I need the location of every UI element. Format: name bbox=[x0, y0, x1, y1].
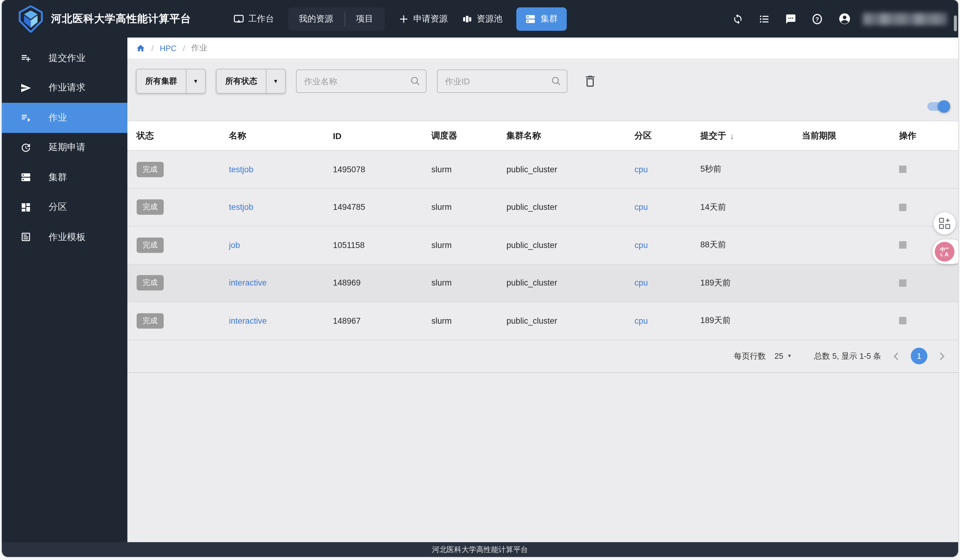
sidebar-item-partitions[interactable]: 分区 bbox=[2, 192, 127, 222]
nav-workspace[interactable]: 工作台 bbox=[233, 13, 274, 24]
table-row: 完成 testjob 1494785 slurm public_cluster … bbox=[127, 188, 958, 226]
partition-link[interactable]: cpu bbox=[634, 241, 700, 250]
home-icon[interactable] bbox=[136, 43, 145, 53]
scrollbar-thumb[interactable] bbox=[954, 15, 957, 31]
table-header: 状态 名称 ID 调度器 集群名称 分区 提交于 ↓ 当前期限 操作 bbox=[127, 121, 958, 150]
partition-link[interactable]: cpu bbox=[634, 316, 700, 326]
table-row: 完成 testjob 1495078 slurm public_cluster … bbox=[127, 150, 958, 188]
platform-logo-icon bbox=[18, 5, 43, 32]
col-name: 名称 bbox=[229, 130, 333, 141]
nav-projects[interactable]: 项目 bbox=[345, 7, 384, 30]
partition-link[interactable]: cpu bbox=[634, 165, 700, 174]
user-avatar-icon[interactable] bbox=[838, 12, 851, 25]
toggle-row bbox=[127, 102, 958, 111]
sidebar-item-clusters[interactable]: 集群 bbox=[2, 162, 127, 192]
status-filter-dropdown[interactable]: 所有状态 ▼ bbox=[216, 69, 286, 94]
cluster-filter-label: 所有集群 bbox=[137, 76, 186, 87]
job-name-link[interactable]: interactive bbox=[229, 278, 333, 288]
toggle-thumb bbox=[938, 100, 950, 113]
jobs-table: 状态 名称 ID 调度器 集群名称 分区 提交于 ↓ 当前期限 操作 完成 te… bbox=[127, 121, 958, 373]
job-scheduler: slurm bbox=[431, 203, 506, 212]
partition-link[interactable]: cpu bbox=[634, 203, 700, 212]
job-cluster: public_cluster bbox=[506, 203, 634, 212]
delete-icon[interactable] bbox=[583, 73, 598, 89]
sidebar-item-label: 作业请求 bbox=[49, 82, 86, 94]
rows-per-page-label: 每页行数 bbox=[734, 350, 766, 362]
row-action-icon[interactable] bbox=[899, 317, 906, 325]
nav-my-resources-label: 我的资源 bbox=[299, 13, 333, 24]
job-scheduler: slurm bbox=[431, 241, 506, 250]
auto-refresh-toggle[interactable] bbox=[927, 102, 948, 111]
table-row: 完成 interactive 148967 slurm public_clust… bbox=[127, 302, 958, 339]
col-id: ID bbox=[333, 131, 431, 141]
sidebar-item-submit-job[interactable]: 提交作业 bbox=[2, 43, 127, 73]
sidebar-item-label: 提交作业 bbox=[49, 52, 86, 64]
job-cluster: public_cluster bbox=[506, 241, 634, 250]
col-cluster: 集群名称 bbox=[506, 130, 634, 141]
breadcrumb-hpc-link[interactable]: HPC bbox=[160, 43, 177, 53]
job-scheduler: slurm bbox=[431, 316, 506, 326]
rows-per-page-select[interactable]: 25 ▼ bbox=[774, 351, 792, 361]
next-page-icon[interactable] bbox=[936, 350, 948, 362]
language-fab-button[interactable]: 中 A bbox=[932, 239, 958, 264]
row-action-icon[interactable] bbox=[899, 204, 906, 211]
breadcrumb-current: 作业 bbox=[191, 42, 207, 54]
plus-icon bbox=[398, 13, 409, 24]
job-name-link[interactable]: testjob bbox=[229, 203, 333, 212]
job-name-link[interactable]: job bbox=[229, 241, 333, 250]
sort-desc-icon: ↓ bbox=[730, 131, 734, 141]
search-icon bbox=[410, 76, 421, 87]
partition-link[interactable]: cpu bbox=[634, 278, 700, 288]
job-id-search bbox=[437, 70, 567, 93]
cluster-filter-dropdown[interactable]: 所有集群 ▼ bbox=[136, 69, 206, 94]
prev-page-icon[interactable] bbox=[890, 350, 902, 362]
page-number-button[interactable]: 1 bbox=[911, 348, 927, 364]
job-name-input[interactable] bbox=[296, 70, 426, 93]
widgets-sparkle-icon bbox=[938, 217, 951, 230]
breadcrumb: / HPC / 作业 bbox=[127, 38, 958, 58]
filter-bar: 所有集群 ▼ 所有状态 ▼ bbox=[136, 69, 958, 94]
row-action-icon[interactable] bbox=[899, 242, 906, 249]
nav-clusters-label: 集群 bbox=[541, 13, 558, 24]
col-submitted-label: 提交于 bbox=[700, 130, 726, 141]
job-id: 1495078 bbox=[333, 165, 431, 174]
job-cluster: public_cluster bbox=[506, 165, 634, 174]
playlist-add-icon bbox=[20, 53, 31, 64]
col-submitted[interactable]: 提交于 ↓ bbox=[700, 130, 802, 141]
app-title: 河北医科大学高性能计算平台 bbox=[51, 12, 191, 26]
messages-icon[interactable] bbox=[785, 13, 796, 24]
breadcrumb-separator: / bbox=[151, 43, 154, 53]
sidebar-item-job-templates[interactable]: 作业模板 bbox=[2, 222, 127, 252]
sidebar-item-job-requests[interactable]: 作业请求 bbox=[2, 73, 127, 103]
status-badge: 完成 bbox=[137, 275, 164, 291]
sidebar: 提交作业 作业请求 作业 延期申请 bbox=[2, 38, 127, 542]
sidebar-item-jobs[interactable]: 作业 bbox=[2, 103, 127, 133]
nav-my-resources[interactable]: 我的资源 bbox=[288, 7, 344, 30]
job-id-input[interactable] bbox=[437, 70, 567, 93]
svg-text:?: ? bbox=[815, 16, 819, 22]
chevron-down-icon: ▼ bbox=[266, 78, 285, 84]
main-content: / HPC / 作业 所有集群 ▼ 所有状态 ▼ bbox=[127, 38, 958, 542]
nav-clusters-button[interactable]: 集群 bbox=[516, 7, 566, 30]
nav-resource-group: 我的资源 项目 bbox=[288, 7, 384, 30]
row-action-icon[interactable] bbox=[899, 279, 906, 287]
resource-pool-icon bbox=[461, 13, 472, 24]
username-redacted[interactable] bbox=[863, 13, 947, 25]
search-icon bbox=[551, 76, 562, 87]
job-submitted: 5秒前 bbox=[700, 164, 802, 175]
row-action-icon[interactable] bbox=[899, 166, 906, 173]
task-list-icon[interactable] bbox=[759, 13, 770, 24]
widgets-fab-button[interactable] bbox=[934, 212, 956, 234]
sync-icon[interactable] bbox=[732, 13, 743, 24]
nav-apply-resources[interactable]: 申请资源 bbox=[398, 13, 448, 24]
col-partition: 分区 bbox=[634, 130, 700, 141]
help-icon[interactable]: ? bbox=[812, 13, 823, 24]
job-name-link[interactable]: testjob bbox=[229, 165, 333, 174]
nav-resource-pool[interactable]: 资源池 bbox=[461, 13, 502, 24]
job-id: 1494785 bbox=[333, 203, 431, 212]
nav-workspace-label: 工作台 bbox=[248, 13, 274, 24]
send-icon bbox=[20, 82, 31, 94]
sidebar-item-extension-request[interactable]: 延期申请 bbox=[2, 133, 127, 162]
sidebar-item-label: 作业 bbox=[49, 112, 67, 124]
job-name-link[interactable]: interactive bbox=[229, 316, 333, 326]
